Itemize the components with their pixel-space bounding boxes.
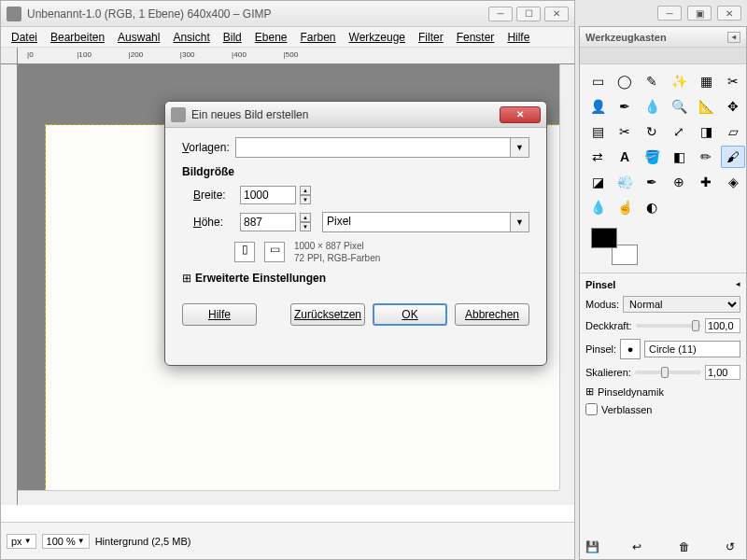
menu-farben[interactable]: Farben	[294, 29, 343, 46]
outer-close-button[interactable]: ✕	[717, 6, 741, 21]
vertical-scrollbar[interactable]	[559, 64, 574, 490]
ellipse-select-tool[interactable]: ◯	[613, 70, 637, 92]
brush-preview[interactable]: ●	[620, 339, 641, 359]
toolbox-menu-icon[interactable]: ◂	[727, 32, 740, 43]
menu-bearbeiten[interactable]: Bearbeiten	[44, 29, 111, 46]
outer-minimize-button[interactable]: ─	[657, 6, 682, 21]
move-tool[interactable]: ✥	[721, 95, 745, 118]
dialog-title: Ein neues Bild erstellen	[191, 108, 500, 121]
airbrush-tool[interactable]: 💨	[613, 171, 637, 193]
hoehe-spinner[interactable]: ▲▼	[300, 213, 311, 231]
align-tool[interactable]: ▤	[585, 120, 610, 143]
save-options-icon[interactable]: 💾	[585, 540, 600, 555]
menu-werkzeuge[interactable]: Werkzeuge	[343, 29, 412, 46]
reset-options-icon[interactable]: ↺	[726, 540, 740, 555]
color-select-tool[interactable]: ▦	[694, 70, 718, 92]
maximize-button[interactable]: ☐	[516, 7, 541, 21]
crop-tool[interactable]: ✂	[613, 120, 637, 143]
size-info: 1000 × 887 Pixel 72 PPI, RGB-Farben	[294, 240, 380, 264]
skalieren-slider[interactable]	[635, 371, 701, 374]
dialog-close-button[interactable]: ✕	[500, 106, 541, 123]
landscape-icon[interactable]: ▭	[264, 242, 285, 262]
scissors-tool[interactable]: ✂	[721, 70, 745, 92]
zuruecksetzen-button[interactable]: Zurücksetzen	[290, 303, 365, 326]
paths-tool[interactable]: ✒	[613, 95, 637, 118]
vertical-ruler[interactable]	[1, 64, 18, 505]
pencil-tool[interactable]: ✏	[694, 146, 718, 168]
paintbrush-tool[interactable]: 🖌	[721, 146, 745, 168]
fuzzy-select-tool[interactable]: ✨	[667, 70, 691, 92]
dodge-tool[interactable]: ◐	[640, 196, 664, 218]
horizontal-scrollbar[interactable]	[18, 490, 559, 505]
deckkraft-slider[interactable]	[636, 324, 701, 328]
ok-button[interactable]: OK	[373, 303, 447, 326]
delete-options-icon[interactable]: 🗑	[679, 540, 694, 555]
rotate-tool[interactable]: ↻	[640, 120, 664, 143]
menu-datei[interactable]: Datei	[5, 29, 44, 46]
tool-options-header: Pinsel	[585, 279, 615, 290]
scrollbar-corner	[559, 490, 574, 505]
unit-dropdown[interactable]: Pixel ▼	[322, 212, 529, 232]
brush-name[interactable]: Circle (11)	[644, 341, 740, 357]
perspective-tool[interactable]: ▱	[721, 120, 745, 143]
menu-bild[interactable]: Bild	[217, 29, 248, 46]
toolbox-header[interactable]: Werkzeugkasten ◂	[580, 27, 746, 48]
restore-options-icon[interactable]: ↩	[632, 540, 647, 555]
clone-tool[interactable]: ⊕	[667, 171, 691, 193]
menu-hilfe[interactable]: Hilfe	[500, 29, 536, 46]
menu-auswahl[interactable]: Auswahl	[111, 29, 166, 46]
foreground-select-tool[interactable]: 👤	[585, 95, 610, 118]
modus-select[interactable]: Normal	[623, 296, 740, 313]
color-picker-tool[interactable]: 💧	[640, 95, 664, 118]
zoom-selector[interactable]: 100 %▼	[42, 534, 90, 549]
flip-tool[interactable]: ⇄	[585, 146, 610, 168]
measure-tool[interactable]: 📐	[694, 95, 718, 118]
close-button[interactable]: ✕	[544, 7, 569, 21]
breite-input[interactable]	[240, 186, 296, 204]
minimize-button[interactable]: ─	[488, 7, 513, 21]
portrait-icon[interactable]: ▯	[234, 242, 255, 262]
menu-ansicht[interactable]: Ansicht	[166, 29, 216, 46]
menu-filter[interactable]: Filter	[412, 29, 450, 46]
pinseldynamik-expand[interactable]: ⊞Pinseldynamik	[585, 385, 740, 398]
blend-tool[interactable]: ◧	[667, 146, 691, 168]
tool-grid: ▭ ◯ ✎ ✨ ▦ ✂ 👤 ✒ 💧 🔍 📐 ✥ ▤ ✂ ↻ ⤢ ◨ ▱ ⇄ A …	[580, 64, 746, 224]
fg-bg-color[interactable]	[591, 228, 638, 265]
smudge-tool[interactable]: ☝	[613, 196, 637, 218]
shear-tool[interactable]: ◨	[694, 120, 718, 143]
menu-ebene[interactable]: Ebene	[248, 29, 294, 46]
unit-selector[interactable]: px▼	[7, 534, 36, 549]
perspective-clone-tool[interactable]: ◈	[721, 171, 745, 193]
toolbox-title: Werkzeugkasten	[585, 32, 667, 43]
deckkraft-value[interactable]	[705, 318, 740, 333]
ink-tool[interactable]: ✒	[640, 171, 664, 193]
erweiterte-einstellungen-expand[interactable]: Erweiterte Einstellungen	[182, 272, 529, 285]
new-image-dialog: Ein neues Bild erstellen ✕ Vorlagen: ▼ B…	[164, 101, 547, 366]
skalieren-value[interactable]	[705, 365, 740, 380]
hoehe-input[interactable]	[240, 213, 296, 231]
free-select-tool[interactable]: ✎	[640, 70, 664, 92]
zoom-tool[interactable]: 🔍	[667, 95, 691, 118]
bucket-fill-tool[interactable]: 🪣	[640, 146, 664, 168]
dialog-titlebar[interactable]: Ein neues Bild erstellen ✕	[165, 102, 546, 128]
tool-options-menu-icon[interactable]: ◂	[736, 279, 740, 290]
window-title: Unbenannt-1.0 (RGB, 1 Ebene) 640x400 – G…	[27, 7, 488, 21]
horizontal-ruler[interactable]	[18, 48, 574, 64]
scale-tool[interactable]: ⤢	[667, 120, 691, 143]
outer-maximize-button[interactable]: ▣	[687, 6, 712, 21]
breite-spinner[interactable]: ▲▼	[300, 186, 311, 204]
menu-fenster[interactable]: Fenster	[450, 29, 501, 46]
verblassen-checkbox[interactable]: Verblassen	[585, 403, 740, 415]
statusbar: px▼ 100 %▼ Hintergrund (2,5 MB)	[1, 522, 574, 559]
vorlagen-dropdown[interactable]: ▼	[235, 137, 529, 158]
ruler-corner	[1, 48, 18, 64]
hilfe-button[interactable]: Hilfe	[182, 303, 257, 326]
abbrechen-button[interactable]: Abbrechen	[455, 303, 529, 326]
heal-tool[interactable]: ✚	[694, 171, 718, 193]
blur-tool[interactable]: 💧	[585, 196, 610, 218]
foreground-color-swatch[interactable]	[591, 228, 617, 248]
text-tool[interactable]: A	[613, 146, 637, 168]
deckkraft-label: Deckkraft:	[585, 320, 632, 331]
eraser-tool[interactable]: ◪	[585, 171, 610, 193]
rect-select-tool[interactable]: ▭	[585, 70, 610, 92]
